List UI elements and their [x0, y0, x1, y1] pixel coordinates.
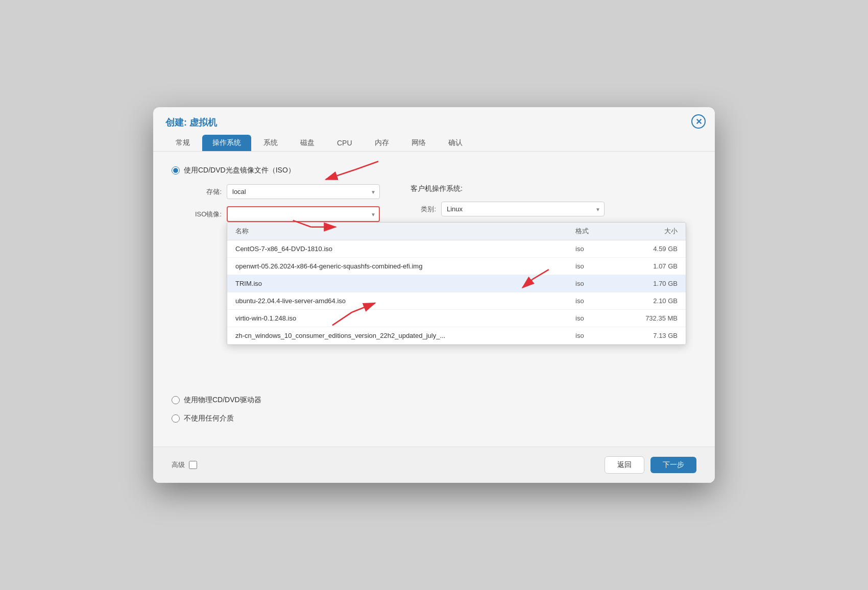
use-iso-label[interactable]: 使用CD/DVD光盘镜像文件（ISO）	[172, 166, 295, 175]
file-format-3: iso	[575, 297, 616, 305]
dialog-body: 使用CD/DVD光盘镜像文件（ISO） 存储: local ▼	[153, 152, 715, 447]
no-media-label[interactable]: 不使用任何介质	[172, 414, 234, 423]
category-select[interactable]: Linux	[441, 202, 605, 216]
file-format-0: iso	[575, 245, 616, 253]
iso-row: ISO镜像: ▼ 名称 格式 大小	[186, 206, 380, 222]
file-name-5: zh-cn_windows_10_consumer_editions_versi…	[235, 332, 575, 339]
file-size-0: 4.59 GB	[616, 245, 678, 253]
iso-dropdown: 名称 格式 大小 CentOS-7-x86_64-DVD-1810.iso is…	[227, 222, 686, 345]
dropdown-row-3[interactable]: ubuntu-22.04.4-live-server-amd64.iso iso…	[227, 292, 686, 310]
use-physical-text: 使用物理CD/DVD驱动器	[184, 396, 261, 405]
use-physical-radio[interactable]	[172, 396, 180, 404]
file-size-1: 1.07 GB	[616, 262, 678, 270]
tab-bar: 常规 操作系统 系统 磁盘 CPU 内存 网络 确认	[153, 129, 715, 152]
tab-confirm[interactable]: 确认	[438, 135, 473, 151]
storage-select[interactable]: local	[227, 184, 380, 199]
iso-option-row: 使用CD/DVD光盘镜像文件（ISO）	[172, 166, 696, 175]
no-media-option-row: 不使用任何介质	[172, 414, 696, 423]
category-row: 类别: Linux ▼	[411, 202, 605, 216]
file-format-2: iso	[575, 280, 616, 287]
col-size-header: 大小	[616, 227, 678, 236]
file-name-2: TRIM.iso	[235, 280, 575, 287]
file-name-3: ubuntu-22.04.4-live-server-amd64.iso	[235, 297, 575, 305]
dialog-header: 创建: 虚拟机 ✕	[153, 107, 715, 129]
dialog-title: 创建: 虚拟机	[165, 116, 217, 129]
category-select-wrapper: Linux ▼	[441, 202, 605, 216]
iso-select[interactable]	[227, 206, 380, 222]
advanced-checkbox[interactable]	[189, 461, 197, 469]
storage-label: 存储:	[186, 187, 222, 196]
tab-general[interactable]: 常规	[165, 135, 200, 151]
use-physical-label[interactable]: 使用物理CD/DVD驱动器	[172, 396, 261, 405]
tab-cpu[interactable]: CPU	[327, 135, 363, 151]
tab-disk[interactable]: 磁盘	[290, 135, 325, 151]
footer-left: 高级	[172, 460, 598, 470]
file-size-2: 1.70 GB	[616, 280, 678, 287]
file-size-3: 2.10 GB	[616, 297, 678, 305]
no-media-text: 不使用任何介质	[184, 414, 234, 423]
physical-option-row: 使用物理CD/DVD驱动器	[172, 396, 696, 405]
file-format-4: iso	[575, 314, 616, 322]
dropdown-row-2[interactable]: TRIM.iso iso 1.70 GB	[227, 275, 686, 292]
col-format-header: 格式	[575, 227, 616, 236]
dropdown-row-5[interactable]: zh-cn_windows_10_consumer_editions_versi…	[227, 327, 686, 345]
next-button[interactable]: 下一步	[650, 457, 696, 473]
dropdown-header: 名称 格式 大小	[227, 223, 686, 240]
dropdown-row-4[interactable]: virtio-win-0.1.248.iso iso 732.35 MB	[227, 310, 686, 327]
tab-os[interactable]: 操作系统	[202, 135, 251, 151]
file-format-1: iso	[575, 262, 616, 270]
file-name-1: openwrt-05.26.2024-x86-64-generic-squash…	[235, 262, 575, 270]
tab-memory[interactable]: 内存	[365, 135, 399, 151]
storage-select-wrapper: local ▼	[227, 184, 380, 199]
no-media-radio[interactable]	[172, 414, 180, 423]
file-size-5: 7.13 GB	[616, 332, 678, 339]
dropdown-row-0[interactable]: CentOS-7-x86_64-DVD-1810.iso iso 4.59 GB	[227, 240, 686, 258]
file-size-4: 732.35 MB	[616, 314, 678, 322]
tab-network[interactable]: 网络	[401, 135, 436, 151]
storage-row: 存储: local ▼	[186, 184, 380, 199]
create-vm-dialog: 创建: 虚拟机 ✕ 常规 操作系统 系统 磁盘 CPU 内存 网络 确认 使用C…	[153, 107, 715, 483]
use-iso-radio[interactable]	[172, 166, 180, 175]
dialog-footer: 高级 返回 下一步	[153, 447, 715, 483]
back-button[interactable]: 返回	[605, 456, 644, 474]
file-name-4: virtio-win-0.1.248.iso	[235, 314, 575, 322]
tab-system[interactable]: 系统	[253, 135, 288, 151]
iso-select-wrapper: ▼ 名称 格式 大小 CentOS-7-x86_64-DVD-1810.iso	[227, 206, 380, 222]
use-iso-text: 使用CD/DVD光盘镜像文件（ISO）	[184, 166, 295, 175]
client-os-label: 客户机操作系统:	[411, 184, 605, 193]
category-label: 类别:	[411, 205, 436, 214]
close-button[interactable]: ✕	[691, 114, 706, 129]
col-name-header: 名称	[235, 227, 575, 236]
file-format-5: iso	[575, 332, 616, 339]
file-name-0: CentOS-7-x86_64-DVD-1810.iso	[235, 245, 575, 253]
iso-label: ISO镜像:	[186, 210, 222, 219]
advanced-label: 高级	[172, 460, 185, 470]
dropdown-row-1[interactable]: openwrt-05.26.2024-x86-64-generic-squash…	[227, 258, 686, 275]
